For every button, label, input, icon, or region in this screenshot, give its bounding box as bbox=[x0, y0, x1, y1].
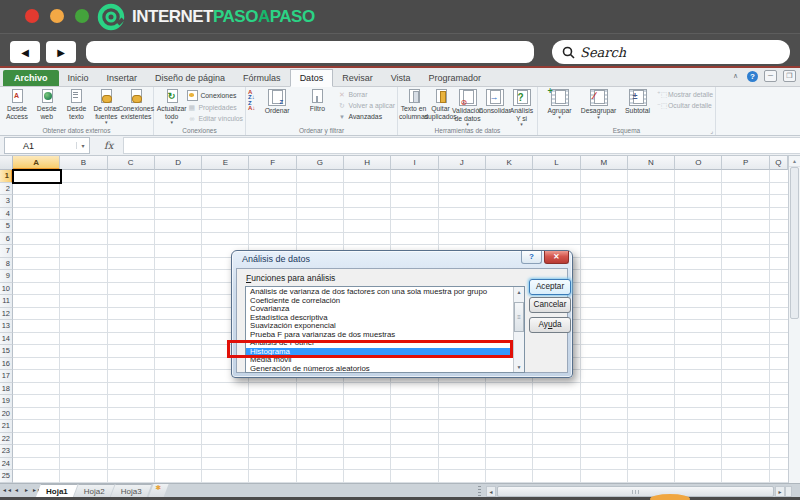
row-header-10[interactable]: 10 bbox=[0, 283, 13, 296]
analysis-function-analisis-de-varianza-de-dos-factores-con-una-sola-muestra-por-grupo[interactable]: Análisis de varianza de dos factores con… bbox=[246, 288, 510, 297]
tab-splitter-handle[interactable] bbox=[478, 486, 481, 496]
analysis-functions-list[interactable]: ▲ ≡ ▼ Análisis de varianza de dos factor… bbox=[245, 286, 525, 373]
column-header-p[interactable]: P bbox=[722, 156, 769, 170]
row-header-6[interactable]: 6 bbox=[0, 233, 13, 246]
row-header-5[interactable]: 5 bbox=[0, 220, 13, 233]
ribbon-button-desde-access[interactable]: Desde Access bbox=[2, 88, 32, 120]
ribbon-button-avanzadas[interactable]: Avanzadas bbox=[338, 112, 395, 121]
ribbon-button-propiedades[interactable]: Propiedades bbox=[187, 103, 243, 112]
ribbon-button-ocultar-detalle[interactable]: Ocultar detalle bbox=[657, 101, 713, 110]
ribbon-button-analisis-y-si[interactable]: Análisis Y si▾ bbox=[508, 88, 535, 126]
column-header-o[interactable]: O bbox=[675, 156, 722, 170]
minimize-traffic-light-icon[interactable] bbox=[50, 9, 64, 23]
list-scrollbar[interactable]: ▲ ≡ ▼ bbox=[513, 287, 524, 372]
ribbon-tab-formulas[interactable]: Fórmulas bbox=[234, 70, 290, 86]
row-header-22[interactable]: 22 bbox=[0, 433, 13, 446]
help-button[interactable]: Ayuda bbox=[529, 317, 571, 333]
row-header-3[interactable]: 3 bbox=[0, 195, 13, 208]
ribbon-button-desde-texto[interactable]: Desde texto bbox=[62, 88, 92, 120]
ribbon-tab-datos[interactable]: Datos bbox=[290, 69, 334, 87]
ribbon-button-volver-a-aplicar[interactable]: Volver a aplicar bbox=[338, 101, 395, 110]
accept-button[interactable]: Aceptar bbox=[529, 279, 571, 295]
horizontal-scrollbar-thumb[interactable] bbox=[497, 486, 774, 497]
ribbon-button-conexiones[interactable]: Conexiones bbox=[187, 90, 243, 101]
scroll-up-icon[interactable]: ▲ bbox=[789, 156, 800, 167]
dialog-close-button[interactable]: ✕ bbox=[544, 251, 569, 264]
ribbon-tab-vista[interactable]: Vista bbox=[382, 70, 420, 86]
first-sheet-icon[interactable]: ◄◄ bbox=[2, 485, 11, 496]
vertical-scrollbar-thumb[interactable] bbox=[790, 167, 799, 319]
insert-worksheet-icon[interactable] bbox=[149, 484, 169, 497]
list-scroll-up-icon[interactable]: ▲ bbox=[514, 287, 524, 297]
analysis-function-coeficiente-de-correlacion[interactable]: Coeficiente de correlación bbox=[246, 297, 510, 306]
back-button[interactable]: ◀ bbox=[10, 41, 40, 63]
row-header-18[interactable]: 18 bbox=[0, 383, 13, 396]
restore-window-icon[interactable]: ❐ bbox=[783, 70, 796, 82]
list-scroll-down-icon[interactable]: ▼ bbox=[514, 362, 524, 372]
select-all-corner[interactable] bbox=[0, 156, 13, 170]
sheet-tab-hoja1[interactable]: Hoja1 bbox=[36, 484, 78, 497]
dialog-launcher-icon[interactable]: ⌟ bbox=[710, 127, 713, 134]
row-header-13[interactable]: 13 bbox=[0, 320, 13, 333]
column-header-k[interactable]: K bbox=[486, 156, 533, 170]
sheet-tab-hoja3[interactable]: Hoja3 bbox=[111, 484, 152, 497]
ribbon-button-desagrupar[interactable]: Desagrupar▾ bbox=[579, 88, 618, 119]
ribbon-tab-diseno-de-pagina[interactable]: Diseño de página bbox=[146, 70, 234, 86]
help-icon[interactable]: ? bbox=[747, 71, 758, 82]
zoom-traffic-light-icon[interactable] bbox=[75, 9, 89, 23]
row-header-21[interactable]: 21 bbox=[0, 420, 13, 433]
forward-button[interactable]: ▶ bbox=[46, 41, 76, 63]
column-header-c[interactable]: C bbox=[108, 156, 155, 170]
row-header-11[interactable]: 11 bbox=[0, 295, 13, 308]
column-header-q[interactable]: Q bbox=[770, 156, 788, 170]
row-header-25[interactable]: 25 bbox=[0, 470, 13, 483]
column-header-f[interactable]: F bbox=[249, 156, 296, 170]
search-box[interactable]: Search bbox=[552, 40, 790, 64]
analysis-function-suavizacion-exponencial[interactable]: Suavización exponencial bbox=[246, 322, 510, 331]
row-header-23[interactable]: 23 bbox=[0, 445, 13, 458]
row-header-24[interactable]: 24 bbox=[0, 458, 13, 471]
scroll-left-icon[interactable]: ◄ bbox=[486, 486, 496, 497]
row-header-4[interactable]: 4 bbox=[0, 208, 13, 221]
ribbon-tab-revisar[interactable]: Revisar bbox=[333, 70, 382, 86]
ribbon-button-quitar-duplicados[interactable]: Quitar duplicados bbox=[427, 88, 454, 120]
row-header-12[interactable]: 12 bbox=[0, 308, 13, 321]
column-header-d[interactable]: D bbox=[155, 156, 202, 170]
next-sheet-icon[interactable]: ► bbox=[22, 485, 31, 496]
row-header-2[interactable]: 2 bbox=[0, 183, 13, 196]
ribbon-tab-inicio[interactable]: Inicio bbox=[59, 70, 98, 86]
column-header-m[interactable]: M bbox=[581, 156, 628, 170]
row-header-15[interactable]: 15 bbox=[0, 345, 13, 358]
row-header-16[interactable]: 16 bbox=[0, 358, 13, 371]
column-header-h[interactable]: H bbox=[344, 156, 391, 170]
analysis-function-estadistica-descriptiva[interactable]: Estadística descriptiva bbox=[246, 314, 510, 323]
column-header-g[interactable]: G bbox=[297, 156, 344, 170]
vertical-scrollbar[interactable]: ▲ bbox=[788, 156, 800, 483]
ribbon-button-desde-web[interactable]: Desde web bbox=[32, 88, 62, 120]
row-header-9[interactable]: 9 bbox=[0, 270, 13, 283]
address-bar[interactable] bbox=[86, 41, 534, 63]
column-header-l[interactable]: L bbox=[533, 156, 580, 170]
minimize-window-icon[interactable]: ─ bbox=[764, 70, 777, 82]
ribbon-button-texto-en-columnas[interactable]: Texto en columnas bbox=[400, 88, 427, 120]
column-header-j[interactable]: J bbox=[439, 156, 486, 170]
column-header-n[interactable]: N bbox=[628, 156, 675, 170]
row-header-8[interactable]: 8 bbox=[0, 258, 13, 271]
ribbon-tab-programador[interactable]: Programador bbox=[420, 70, 491, 86]
column-header-b[interactable]: B bbox=[60, 156, 107, 170]
cancel-button[interactable]: Cancelar bbox=[529, 297, 571, 313]
ribbon-button-agrupar[interactable]: Agrupar▾ bbox=[540, 88, 579, 119]
scroll-right-icon[interactable]: ► bbox=[775, 486, 785, 497]
close-traffic-light-icon[interactable] bbox=[25, 9, 39, 23]
ribbon-button-de-otras-fuentes[interactable]: De otras fuentes▾ bbox=[91, 88, 121, 124]
row-header-7[interactable]: 7 bbox=[0, 245, 13, 258]
list-scrollbar-thumb[interactable]: ≡ bbox=[514, 302, 524, 332]
dialog-help-button[interactable]: ? bbox=[521, 251, 542, 264]
formula-input[interactable] bbox=[123, 137, 800, 154]
column-header-i[interactable]: I bbox=[391, 156, 438, 170]
insert-function-icon[interactable]: fx bbox=[104, 140, 113, 151]
column-header-a[interactable]: A bbox=[13, 156, 60, 170]
ribbon-button-subtotal[interactable]: Subtotal bbox=[618, 88, 657, 115]
ribbon-button-sort-desc-icon[interactable] bbox=[248, 101, 257, 110]
row-header-14[interactable]: 14 bbox=[0, 333, 13, 346]
